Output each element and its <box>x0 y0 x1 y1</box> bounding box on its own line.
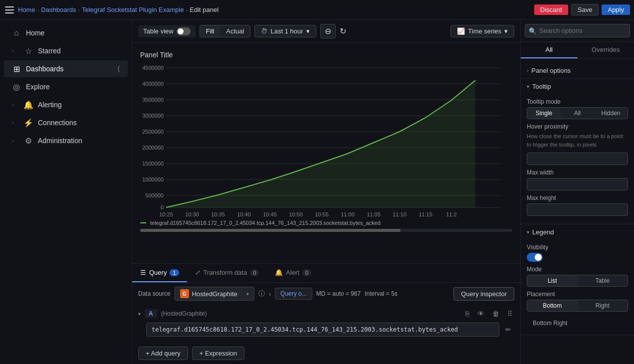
query-a-copy-button[interactable]: ⎘ <box>463 309 471 319</box>
sidebar-item-alerting[interactable]: › 🔔 Alerting <box>4 96 128 113</box>
hover-proximity-input[interactable] <box>527 153 628 165</box>
visibility-row <box>527 253 628 262</box>
query-a-eye-button[interactable]: 👁 <box>475 309 486 319</box>
query-tab-label: Query <box>149 269 167 276</box>
discard-button[interactable]: Discard <box>534 4 568 15</box>
sidebar-item-connections[interactable]: › ⚡ Connections <box>4 114 128 131</box>
mode-list-button[interactable]: List <box>527 275 578 286</box>
svg-text:10:35: 10:35 <box>211 211 225 217</box>
refresh-button[interactable]: ↻ <box>340 26 346 36</box>
administration-expand-icon: › <box>12 138 18 144</box>
panel-editor: Table view Fill Actual ⏱ Last 1 hour ▾ <box>132 20 634 364</box>
sidebar-item-administration[interactable]: › ⚙ Administration <box>4 132 128 149</box>
fill-button[interactable]: Fill <box>200 25 220 37</box>
breadcrumb-sep-1: › <box>37 7 39 13</box>
tab-alert[interactable]: 🔔 Alert 0 <box>267 264 319 282</box>
alert-tab-badge: 0 <box>302 269 311 276</box>
svg-text:10:55: 10:55 <box>315 211 329 217</box>
sidebar-item-administration-label: Administration <box>38 137 82 145</box>
svg-text:11:15: 11:15 <box>419 211 432 217</box>
chart-legend: telegraf.d165745c8618.172_17_0_2.45034.t… <box>132 219 520 229</box>
apply-button[interactable]: Apply <box>602 4 630 15</box>
table-view-label: Table view <box>143 27 174 35</box>
legend-label: Legend <box>532 228 554 236</box>
legend-text: telegraf.d165745c8618.172_17_0_2.45034.t… <box>150 220 381 226</box>
svg-text:10:40: 10:40 <box>237 211 251 217</box>
breadcrumb-home[interactable]: Home <box>18 6 35 13</box>
query-text-input[interactable] <box>146 323 499 337</box>
panel-options-header[interactable]: › Panel options <box>521 63 634 78</box>
query-editor: Data source G HostedGraphite ▾ ⓘ › Query… <box>132 282 520 364</box>
tooltip-body: Tooltip mode Single All Hidden Hover pro… <box>521 94 634 224</box>
placement-bottom-button[interactable]: Bottom <box>527 300 578 311</box>
add-query-button[interactable]: + Add query <box>138 347 188 360</box>
bottom-right-label: Bottom Right <box>527 316 628 331</box>
table-view-switch[interactable] <box>177 27 191 35</box>
chart-container: Table view Fill Actual ⏱ Last 1 hour ▾ <box>132 20 520 364</box>
tab-overrides[interactable]: Overrides <box>578 42 634 58</box>
svg-text:11:05: 11:05 <box>367 211 381 217</box>
viz-type-button[interactable]: 📈 Time series ▾ <box>450 25 514 37</box>
search-options-input[interactable] <box>525 24 630 37</box>
query-a-collapse[interactable]: ▾ <box>138 311 141 317</box>
alerting-expand-icon: › <box>12 102 18 108</box>
svg-text:10:30: 10:30 <box>185 211 199 217</box>
sidebar-item-explore[interactable]: ◎ Explore <box>4 78 128 95</box>
tab-all[interactable]: All <box>521 42 578 58</box>
right-panel-search: 🔍 <box>521 20 634 42</box>
breadcrumb-dashboards[interactable]: Dashboards <box>41 6 76 13</box>
sidebar-item-dashboards[interactable]: ⊞ Dashboards ⟨ <box>4 60 128 77</box>
placement-right-button[interactable]: Right <box>578 300 628 311</box>
legend-header[interactable]: ▾ Legend <box>521 224 634 240</box>
expression-button[interactable]: + Expression <box>192 347 245 360</box>
connections-expand-icon: › <box>12 120 18 126</box>
query-inspector-button[interactable]: Query inspector <box>453 287 514 301</box>
legend-body: Visibility Mode List Table <box>521 240 634 335</box>
tab-transform[interactable]: ⤢ Transform data 0 <box>187 264 267 282</box>
tooltip-label: Tooltip <box>532 83 551 90</box>
legend-chevron: ▾ <box>527 229 529 235</box>
actual-button[interactable]: Actual <box>220 25 250 37</box>
explore-icon: ◎ <box>12 82 21 91</box>
clock-icon: ⏱ <box>261 27 267 35</box>
max-height-input[interactable] <box>527 203 628 216</box>
tooltip-single-button[interactable]: Single <box>527 108 561 119</box>
query-datasource-row: Data source G HostedGraphite ▾ ⓘ › Query… <box>132 283 520 305</box>
placement-label: Placement <box>527 291 628 298</box>
query-collapse-icon[interactable]: › <box>269 290 271 298</box>
svg-text:10:25: 10:25 <box>159 211 173 217</box>
svg-text:0: 0 <box>161 204 164 210</box>
mode-table-button[interactable]: Table <box>578 275 628 286</box>
query-edit-button[interactable]: ✏ <box>502 325 514 335</box>
table-view-toggle[interactable]: Table view <box>138 25 196 37</box>
legend-color-dot <box>140 222 146 223</box>
sidebar-item-home[interactable]: ⌂ Home <box>4 24 128 41</box>
query-a-delete-button[interactable]: 🗑 <box>490 309 501 319</box>
query-meta-md: MD = auto = 967 <box>316 290 361 297</box>
alert-tab-label: Alert <box>286 269 299 276</box>
zoom-out-button[interactable]: ⊖ <box>320 24 336 38</box>
datasource-select[interactable]: G HostedGraphite ▾ <box>175 287 254 301</box>
chart-scrollbar[interactable] <box>140 229 512 232</box>
tooltip-section: ▾ Tooltip Tooltip mode Single All Hidden… <box>521 79 634 224</box>
sidebar-item-starred[interactable]: › ☆ Starred <box>4 42 128 59</box>
datasource-info-icon[interactable]: ⓘ <box>258 289 265 298</box>
time-range-button[interactable]: ⏱ Last 1 hour ▾ <box>254 25 316 37</box>
save-button[interactable]: Save <box>571 4 599 15</box>
query-meta[interactable]: Query o... <box>275 288 312 300</box>
tooltip-header[interactable]: ▾ Tooltip <box>521 79 634 94</box>
starred-expand-icon: › <box>12 48 18 54</box>
max-width-input[interactable] <box>527 178 628 190</box>
menu-icon[interactable] <box>4 4 15 15</box>
query-a-drag-button[interactable]: ⠿ <box>505 309 514 319</box>
tooltip-hidden-button[interactable]: Hidden <box>594 108 628 119</box>
tab-query[interactable]: ☰ Query 1 <box>132 264 187 282</box>
breadcrumb-dashboard-name[interactable]: Telegraf Socketstat Plugin Example <box>82 6 184 13</box>
svg-text:1000000: 1000000 <box>142 177 164 182</box>
tooltip-all-button[interactable]: All <box>561 108 594 119</box>
right-panel-tabs: All Overrides <box>521 42 634 59</box>
sidebar-collapse-btn[interactable]: ⟨ <box>117 65 120 73</box>
panel-options-label: Panel options <box>531 67 571 74</box>
visibility-toggle[interactable] <box>527 253 543 262</box>
sidebar: ⌂ Home › ☆ Starred ⊞ Dashboards ⟨ ◎ Expl… <box>0 20 132 364</box>
